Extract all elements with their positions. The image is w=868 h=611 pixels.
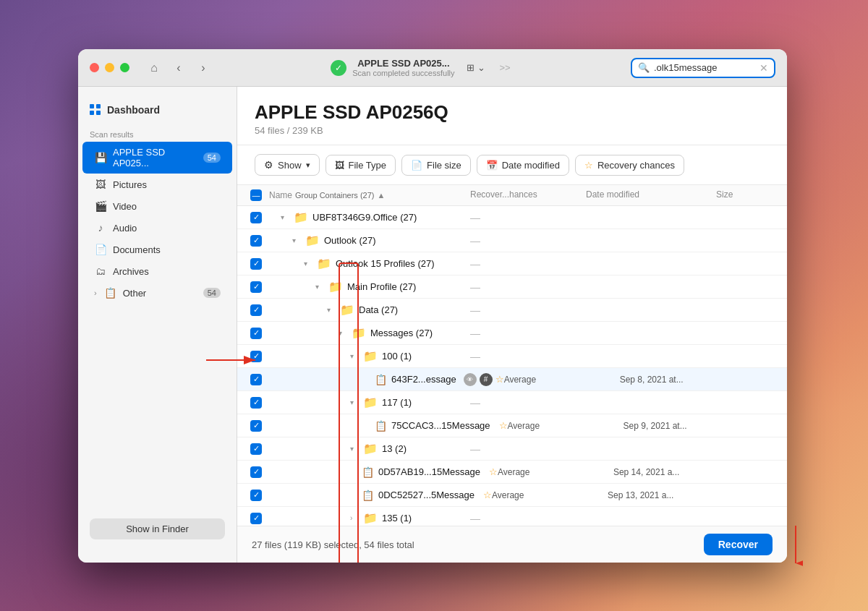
sidebar-label-pictures: Pictures	[113, 179, 221, 190]
show-dropdown-icon: ▾	[306, 161, 310, 170]
forward-button[interactable]: ›	[193, 58, 213, 78]
date-modified-button[interactable]: 📅 Date modified	[477, 155, 569, 176]
table-row: ✓ ▾ 📁 100 (1) —	[237, 345, 787, 368]
col-header-date: Date modified	[586, 189, 716, 201]
select-all-checkbox[interactable]: —	[250, 189, 262, 201]
titlebar-center: ✓ APPLE SSD AP025... Scan completed succ…	[222, 58, 622, 77]
dashboard-item[interactable]: Dashboard	[78, 98, 237, 121]
expand-icon-1[interactable]: ▾	[281, 213, 289, 221]
folder-icon-9: 📁	[363, 396, 378, 409]
table-row: ✓ ▾ 📁 Outlook (27) —	[237, 229, 787, 252]
drive-icon: 💾	[94, 152, 107, 163]
sort-icon[interactable]: ▲	[377, 191, 385, 200]
sidebar-item-apple-ssd[interactable]: 💾 APPLE SSD AP025... 54	[82, 142, 232, 174]
row-checkbox-9[interactable]: ✓	[250, 397, 262, 409]
drive-subtitle: 54 files / 239 KB	[255, 125, 770, 136]
file-indicators-8: 👁 # ☆	[464, 373, 504, 386]
search-input[interactable]	[654, 62, 755, 73]
preview-icon: 👁	[464, 373, 477, 386]
row-checkbox-11[interactable]: ✓	[250, 443, 262, 455]
show-filter-button[interactable]: ⚙ Show ▾	[255, 154, 320, 176]
file-type-button[interactable]: 🖼 File Type	[326, 155, 396, 176]
file-label-12: 0D57AB19...15Message	[378, 466, 480, 477]
file-label-5: Data (27)	[359, 304, 398, 315]
recovery-14: —	[470, 513, 586, 524]
row-checkbox-4[interactable]: ✓	[250, 281, 262, 293]
recovery-chances-button[interactable]: ☆ Recovery chances	[575, 155, 684, 176]
row-checkbox-13[interactable]: ✓	[250, 490, 262, 501]
folder-icon-3: 📁	[317, 257, 331, 270]
date-10: Sep 9, 2021 at...	[624, 421, 754, 431]
clear-search-icon[interactable]: ✕	[760, 62, 768, 74]
video-icon: 🎬	[94, 200, 107, 212]
search-box[interactable]: 🔍 ✕	[631, 58, 775, 78]
file-list-container: — Name Group Containers (27) ▲ Recover..…	[237, 185, 787, 526]
recovery-chances-label: Recovery chances	[597, 160, 675, 171]
minimize-button[interactable]	[105, 63, 114, 72]
file-label-2: Outlook (27)	[324, 235, 376, 246]
home-button[interactable]: ⌂	[144, 58, 164, 78]
folder-icon: ⊞	[467, 62, 475, 73]
row-checkbox-1[interactable]: ✓	[250, 212, 262, 223]
file-label-6: Messages (27)	[370, 328, 433, 338]
date-icon: 📅	[486, 160, 498, 171]
expand-icon-3[interactable]: ▾	[304, 260, 312, 268]
file-label-11: 13 (2)	[382, 443, 407, 454]
expand-icon-6[interactable]: ▾	[339, 329, 347, 337]
folder-icon-5: 📁	[340, 303, 354, 317]
row-checkbox-8[interactable]: ✓	[250, 374, 262, 385]
expand-icon-9[interactable]: ▾	[350, 398, 359, 406]
sidebar-item-pictures[interactable]: 🖼 Pictures	[82, 174, 232, 195]
back-button[interactable]: ‹	[169, 58, 189, 78]
sidebar-item-video[interactable]: 🎬 Video	[82, 195, 232, 217]
scan-results-label: Scan results	[78, 121, 237, 142]
sidebar-item-documents[interactable]: 📄 Documents	[82, 239, 232, 260]
expand-icon-14[interactable]: ›	[350, 514, 359, 522]
expand-icon-4[interactable]: ▾	[315, 283, 324, 291]
search-icon: 🔍	[638, 62, 650, 73]
maximize-button[interactable]	[120, 63, 129, 72]
date-modified-label: Date modified	[502, 160, 560, 171]
file-icon-12: 📋	[362, 466, 374, 478]
sidebar-item-audio[interactable]: ♪ Audio	[82, 217, 232, 239]
star-icon-12: ☆	[489, 466, 498, 477]
table-row: ✓ › 📁 135 (1) —	[237, 507, 787, 526]
file-name-6: ▾ 📁 Messages (27)	[269, 326, 470, 340]
star-filter-icon: ☆	[584, 160, 593, 171]
file-label-8: 643F2...essage	[391, 374, 456, 385]
window-subtitle: Scan completed successfully	[352, 69, 454, 77]
recover-button[interactable]: Recover	[704, 534, 773, 555]
row-checkbox-3[interactable]: ✓	[250, 258, 262, 270]
row-checkbox-14[interactable]: ✓	[250, 513, 262, 524]
sidebar-item-archives[interactable]: 🗂 Archives	[82, 260, 232, 282]
expand-icon-5[interactable]: ▾	[327, 306, 336, 314]
sidebar-label-other: Other	[123, 288, 197, 299]
folder-icon-1: 📁	[294, 210, 308, 224]
folder-button[interactable]: ⊞ ⌄	[461, 59, 491, 76]
show-in-finder-button[interactable]: Show in Finder	[90, 518, 225, 539]
sidebar-item-other[interactable]: › 📋 Other 54	[82, 282, 232, 304]
col-header-recovery: Recover...hances	[470, 189, 586, 201]
expand-icon-7[interactable]: ▾	[350, 352, 359, 360]
row-checkbox-5[interactable]: ✓	[250, 304, 262, 316]
file-size-icon: 📄	[411, 160, 422, 171]
table-row: ✓ ▾ 📁 Data (27) —	[237, 299, 787, 322]
row-checkbox-6[interactable]: ✓	[250, 328, 262, 339]
file-size-button[interactable]: 📄 File size	[401, 155, 471, 176]
row-checkbox-12[interactable]: ✓	[250, 466, 262, 478]
dashboard-icon	[90, 104, 101, 116]
file-name-2: ▾ 📁 Outlook (27)	[269, 234, 470, 247]
expand-icon-2[interactable]: ▾	[292, 236, 301, 244]
recovery-5: —	[470, 304, 586, 316]
file-name-11: ▾ 📁 13 (2)	[269, 442, 470, 456]
star-icon-8: ☆	[495, 374, 504, 385]
row-checkbox-2[interactable]: ✓	[250, 235, 262, 247]
row-checkbox-7[interactable]: ✓	[250, 351, 262, 362]
star-icon-10: ☆	[499, 420, 508, 431]
filter-bar: ⚙ Show ▾ 🖼 File Type 📄 File size 📅 Date …	[237, 145, 787, 185]
row-checkbox-10[interactable]: ✓	[250, 420, 262, 432]
expand-icon-11[interactable]: ▾	[350, 445, 359, 453]
close-button[interactable]	[90, 63, 99, 72]
file-name-10: 📋 75CCAC3...15Message ☆	[269, 420, 508, 432]
recovery-11: —	[470, 443, 586, 455]
